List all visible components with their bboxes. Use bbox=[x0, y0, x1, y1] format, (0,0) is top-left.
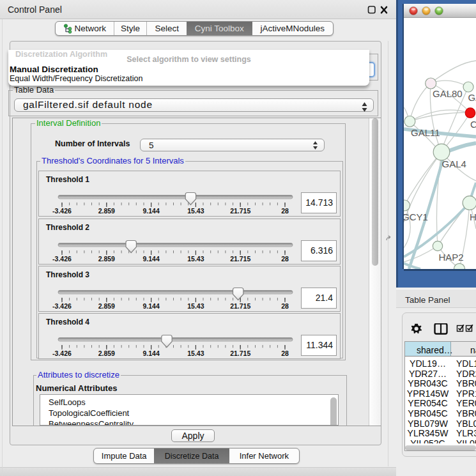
svg-text:-3.426: -3.426 bbox=[52, 349, 72, 357]
svg-text:-3.426: -3.426 bbox=[52, 254, 72, 262]
svg-text:21.715: 21.715 bbox=[230, 254, 250, 262]
svg-text:28: 28 bbox=[281, 302, 289, 309]
svg-text:2.859: 2.859 bbox=[98, 207, 115, 215]
svg-text:15.43: 15.43 bbox=[187, 207, 204, 215]
svg-text:GAL4: GAL4 bbox=[442, 158, 466, 169]
svg-text:GA: GA bbox=[468, 92, 476, 103]
svg-text:9.144: 9.144 bbox=[142, 254, 159, 262]
svg-text:28: 28 bbox=[281, 207, 289, 215]
svg-text:HAP2: HAP2 bbox=[438, 252, 463, 263]
svg-text:9.144: 9.144 bbox=[142, 302, 159, 309]
svg-text:-3.426: -3.426 bbox=[52, 207, 72, 215]
svg-text:2.859: 2.859 bbox=[98, 254, 115, 262]
svg-text:2.859: 2.859 bbox=[98, 349, 115, 357]
svg-text:C: C bbox=[470, 119, 476, 130]
svg-text:H: H bbox=[470, 211, 476, 222]
svg-text:28: 28 bbox=[281, 254, 289, 262]
svg-text:-3.426: -3.426 bbox=[52, 302, 72, 309]
svg-text:21.715: 21.715 bbox=[230, 302, 250, 309]
svg-text:15.43: 15.43 bbox=[187, 349, 204, 357]
svg-text:9.144: 9.144 bbox=[142, 207, 159, 215]
svg-text:28: 28 bbox=[281, 349, 289, 357]
svg-text:GCY1: GCY1 bbox=[404, 211, 428, 222]
svg-text:9.144: 9.144 bbox=[142, 349, 159, 357]
svg-text:21.715: 21.715 bbox=[230, 349, 250, 357]
svg-text:15.43: 15.43 bbox=[187, 254, 204, 262]
svg-text:2.859: 2.859 bbox=[98, 302, 115, 309]
svg-text:15.43: 15.43 bbox=[187, 302, 204, 309]
svg-text:21.715: 21.715 bbox=[230, 207, 250, 215]
svg-text:GAL11: GAL11 bbox=[411, 127, 440, 138]
svg-text:GAL80: GAL80 bbox=[433, 88, 463, 99]
